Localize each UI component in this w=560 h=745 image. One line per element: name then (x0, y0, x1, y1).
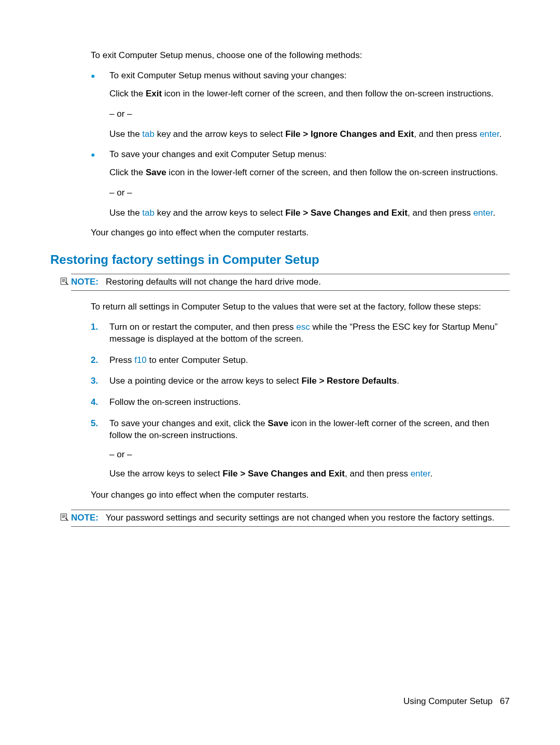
restore-steps-list: Turn on or restart the computer, and the… (91, 321, 510, 480)
restart-note: Your changes go into effect when the com… (91, 489, 510, 501)
exit-methods-list: To exit Computer Setup menus without sav… (91, 70, 510, 219)
note-body: NOTE: Restoring defaults will not change… (71, 276, 510, 288)
bullet-sub: Click the Save icon in the lower-left co… (109, 167, 510, 219)
svg-rect-4 (61, 514, 66, 521)
note-icon (60, 276, 69, 286)
exit-method-item: To exit Computer Setup menus without sav… (91, 70, 510, 140)
intro-paragraph: To exit Computer Setup menus, choose one… (91, 50, 510, 62)
step-sub: – or – Use the arrow keys to select File… (109, 449, 510, 480)
bullet-sub: Click the Exit icon in the lower-left co… (109, 88, 510, 140)
enter-key: enter (473, 208, 493, 218)
page-footer: Using Computer Setup67 (403, 696, 510, 708)
or-separator: – or – (109, 449, 510, 461)
page-number: 67 (500, 696, 510, 706)
note-label: NOTE: (71, 513, 99, 523)
save-icon-label: Save (268, 418, 288, 428)
keyboard-instruction: Use the arrow keys to select File > Save… (109, 468, 510, 480)
or-separator: – or – (109, 108, 510, 120)
menu-path: File > Restore Defaults (301, 376, 397, 386)
save-icon-label: Save (146, 167, 166, 177)
esc-key: esc (296, 322, 310, 332)
or-separator: – or – (109, 187, 510, 199)
note-text: Restoring defaults will not change the h… (106, 277, 321, 287)
menu-path: File > Save Changes and Exit (285, 208, 408, 218)
body-content: To exit Computer Setup menus, choose one… (91, 50, 510, 239)
step-item: Press f10 to enter Computer Setup. (91, 355, 510, 367)
enter-key: enter (411, 469, 430, 479)
f10-key: f10 (134, 355, 147, 365)
page: To exit Computer Setup menus, choose one… (0, 0, 560, 745)
step-item: Follow the on-screen instructions. (91, 397, 510, 409)
enter-key: enter (480, 129, 499, 139)
bullet-lead: To exit Computer Setup menus without sav… (109, 71, 346, 80)
tab-key: tab (142, 129, 155, 139)
step-item: Turn on or restart the computer, and the… (91, 321, 510, 345)
click-instruction: Click the Save icon in the lower-left co… (109, 167, 510, 179)
note-text: Your password settings and security sett… (106, 513, 495, 523)
menu-path: File > Save Changes and Exit (222, 469, 345, 479)
note-label: NOTE: (71, 277, 99, 287)
click-instruction: Click the Exit icon in the lower-left co… (109, 88, 510, 100)
restart-note: Your changes go into effect when the com… (91, 227, 510, 239)
section-heading-restoring: Restoring factory settings in Computer S… (50, 251, 510, 268)
keyboard-instruction: Use the tab key and the arrow keys to se… (109, 207, 510, 219)
step-item: Use a pointing device or the arrow keys … (91, 375, 510, 387)
save-method-item: To save your changes and exit Computer S… (91, 149, 510, 219)
step-item: To save your changes and exit, click the… (91, 418, 510, 480)
note-icon (60, 512, 69, 522)
note-block: NOTE: Your password settings and securit… (71, 510, 510, 527)
menu-path: File > Ignore Changes and Exit (285, 129, 414, 139)
note-body: NOTE: Your password settings and securit… (71, 512, 510, 524)
exit-icon-label: Exit (146, 89, 162, 99)
svg-rect-0 (61, 278, 66, 285)
steps-content: To return all settings in Computer Setup… (91, 301, 510, 501)
steps-intro: To return all settings in Computer Setup… (91, 301, 510, 313)
keyboard-instruction: Use the tab key and the arrow keys to se… (109, 129, 510, 140)
bullet-lead: To save your changes and exit Computer S… (109, 149, 327, 159)
note-block: NOTE: Restoring defaults will not change… (71, 274, 510, 291)
tab-key: tab (142, 208, 155, 218)
footer-section: Using Computer Setup (403, 696, 493, 706)
